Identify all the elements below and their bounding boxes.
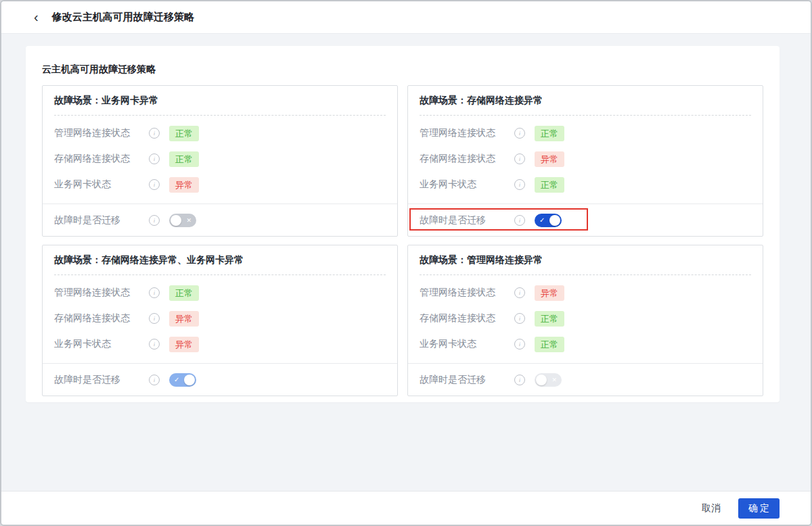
confirm-button[interactable]: 确定 (738, 498, 780, 519)
status-label: 存储网络连接状态 (420, 312, 514, 325)
status-label: 存储网络连接状态 (420, 153, 514, 165)
info-icon[interactable]: i (149, 153, 160, 164)
migrate-label: 故障时是否迁移 (420, 214, 514, 226)
migrate-label: 故障时是否迁移 (420, 374, 514, 386)
info-icon[interactable]: i (514, 153, 525, 164)
status-row: 业务网卡状态 i 正常 (408, 331, 763, 357)
info-icon[interactable]: i (514, 339, 525, 350)
info-icon[interactable]: i (514, 375, 525, 385)
info-icon[interactable]: i (149, 128, 160, 139)
status-badge: 异常 (535, 151, 564, 167)
status-row: 存储网络连接状态 i 异常 (408, 146, 763, 172)
info-icon[interactable]: i (514, 313, 525, 324)
migrate-row: 故障时是否迁移 i ✓ (408, 204, 763, 236)
status-badge: 异常 (169, 311, 199, 327)
toggle-knob (171, 215, 181, 226)
status-rows: 管理网络连接状态 i 正常 存储网络连接状态 i 异常 业务网卡状态 i (43, 275, 397, 363)
toggle-knob (536, 375, 547, 385)
status-badge: 正常 (535, 126, 564, 141)
migrate-row: 故障时是否迁移 i ✕ (43, 204, 397, 236)
scenario-panel-storage-and-nic: 故障场景：存储网络连接异常、业务网卡异常 管理网络连接状态 i 正常 存储网络连… (42, 245, 398, 396)
scenario-title: 故障场景：存储网络连接异常 (408, 86, 763, 115)
status-row: 管理网络连接状态 i 异常 (408, 280, 763, 306)
migrate-row: 故障时是否迁移 i ✓ (43, 364, 397, 396)
status-row: 存储网络连接状态 i 正常 (408, 306, 763, 331)
status-label: 管理网络连接状态 (420, 287, 514, 299)
status-badge: 正常 (169, 126, 199, 141)
status-row: 存储网络连接状态 i 异常 (43, 306, 397, 331)
toggle-state-icon: ✓ (174, 373, 179, 387)
scenario-panel-management-network: 故障场景：管理网络连接异常 管理网络连接状态 i 异常 存储网络连接状态 i 正… (407, 245, 763, 396)
scenario-title: 故障场景：管理网络连接异常 (408, 245, 763, 274)
status-rows: 管理网络连接状态 i 正常 存储网络连接状态 i 异常 业务网卡状态 i (408, 116, 763, 204)
toggle-knob (184, 375, 195, 385)
toggle-knob (549, 215, 560, 226)
status-row: 业务网卡状态 i 异常 (43, 331, 397, 357)
status-rows: 管理网络连接状态 i 异常 存储网络连接状态 i 正常 业务网卡状态 i (408, 275, 763, 363)
status-badge: 正常 (535, 177, 564, 193)
content-area: 云主机高可用故障迁移策略 故障场景：业务网卡异常 管理网络连接状态 i 正常 存… (1, 34, 811, 491)
status-label: 管理网络连接状态 (420, 127, 514, 139)
toggle-state-icon: ✓ (539, 214, 545, 227)
migrate-label: 故障时是否迁移 (54, 374, 149, 386)
info-icon[interactable]: i (149, 215, 160, 226)
info-icon[interactable]: i (149, 179, 160, 190)
status-label: 存储网络连接状态 (54, 153, 149, 165)
status-badge: 异常 (169, 337, 199, 352)
info-icon[interactable]: i (514, 179, 525, 190)
migrate-row: 故障时是否迁移 i ✕ (408, 364, 763, 396)
scenario-grid: 故障场景：业务网卡异常 管理网络连接状态 i 正常 存储网络连接状态 i 正常 (42, 85, 763, 396)
status-label: 业务网卡状态 (420, 338, 514, 350)
dialog-window: ‹ 修改云主机高可用故障迁移策略 云主机高可用故障迁移策略 故障场景：业务网卡异… (0, 0, 812, 526)
status-badge: 正常 (535, 337, 564, 352)
status-rows: 管理网络连接状态 i 正常 存储网络连接状态 i 正常 业务网卡状态 i (43, 116, 397, 204)
footer-bar: 取消 确定 (1, 491, 811, 525)
scenario-panel-storage-network: 故障场景：存储网络连接异常 管理网络连接状态 i 正常 存储网络连接状态 i 异… (407, 85, 763, 237)
page-header: ‹ 修改云主机高可用故障迁移策略 (1, 1, 811, 34)
migrate-toggle[interactable]: ✕ (535, 373, 562, 387)
status-row: 业务网卡状态 i 正常 (408, 172, 763, 197)
scenario-title: 故障场景：业务网卡异常 (43, 86, 397, 115)
toggle-state-icon: ✕ (551, 373, 557, 387)
status-badge: 异常 (169, 177, 199, 193)
status-badge: 正常 (535, 311, 564, 327)
status-label: 业务网卡状态 (420, 178, 514, 191)
info-icon[interactable]: i (149, 339, 160, 350)
info-icon[interactable]: i (149, 287, 160, 298)
status-row: 管理网络连接状态 i 正常 (43, 280, 397, 306)
scenario-title: 故障场景：存储网络连接异常、业务网卡异常 (43, 245, 397, 274)
page-title: 修改云主机高可用故障迁移策略 (52, 11, 194, 24)
status-row: 存储网络连接状态 i 正常 (43, 146, 397, 172)
status-row: 管理网络连接状态 i 正常 (408, 120, 763, 146)
status-badge: 异常 (535, 285, 564, 301)
status-label: 管理网络连接状态 (54, 287, 149, 299)
section-title: 云主机高可用故障迁移策略 (42, 64, 763, 76)
cancel-button[interactable]: 取消 (702, 502, 721, 515)
status-row: 管理网络连接状态 i 正常 (43, 120, 397, 146)
scenario-panel-business-nic: 故障场景：业务网卡异常 管理网络连接状态 i 正常 存储网络连接状态 i 正常 (42, 85, 398, 237)
migrate-toggle[interactable]: ✓ (169, 373, 196, 387)
migrate-label: 故障时是否迁移 (54, 214, 149, 226)
migrate-toggle[interactable]: ✓ (535, 214, 562, 227)
back-icon[interactable]: ‹ (34, 10, 39, 24)
status-label: 存储网络连接状态 (54, 312, 149, 325)
migrate-toggle[interactable]: ✕ (169, 214, 196, 227)
status-badge: 正常 (169, 151, 199, 167)
info-icon[interactable]: i (149, 375, 160, 385)
status-badge: 正常 (169, 285, 199, 301)
status-row: 业务网卡状态 i 异常 (43, 172, 397, 197)
info-icon[interactable]: i (514, 287, 525, 298)
info-icon[interactable]: i (514, 215, 525, 226)
toggle-state-icon: ✕ (186, 214, 191, 227)
info-icon[interactable]: i (514, 128, 525, 139)
status-label: 管理网络连接状态 (54, 127, 149, 139)
status-label: 业务网卡状态 (54, 178, 149, 191)
policy-card: 云主机高可用故障迁移策略 故障场景：业务网卡异常 管理网络连接状态 i 正常 存… (26, 46, 780, 402)
info-icon[interactable]: i (149, 313, 160, 324)
status-label: 业务网卡状态 (54, 338, 149, 350)
